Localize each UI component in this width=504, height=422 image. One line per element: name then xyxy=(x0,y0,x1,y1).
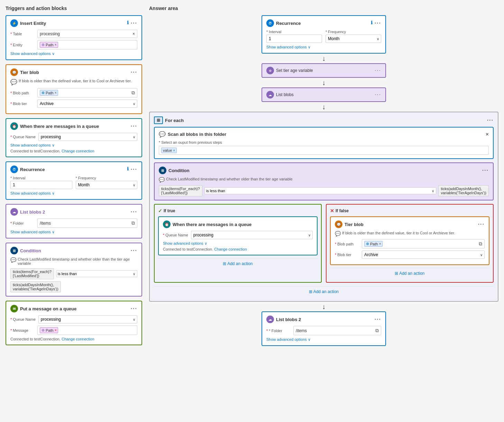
scan-value-field[interactable]: value × xyxy=(159,146,489,155)
lb2-folder-field: * Folder /items ⧉ xyxy=(266,326,381,335)
list-blobs2-icon: ☁ xyxy=(10,208,18,216)
recurrence-show-advanced[interactable]: Show advanced options ∨ xyxy=(10,191,137,196)
right-panel: Answer area ⏱ Recurrence ℹ ··· * Interva… xyxy=(149,6,498,349)
scan-header: 💬 Scan all blobs in this folder × xyxy=(159,131,489,138)
if-true-connected: Connected to testConnection. Change conn… xyxy=(163,247,313,251)
list-blobs-ellipsis[interactable]: ··· xyxy=(375,92,381,98)
left-panel-title: Triggers and action blocks xyxy=(6,6,142,11)
foreach-add-icon: ⊞ xyxy=(309,289,312,294)
recurrence-fields: * Interval * Frequency Month Day xyxy=(266,30,381,43)
foreach-condition-ellipsis[interactable]: ··· xyxy=(482,167,489,174)
condition-left-ellipsis[interactable]: ··· xyxy=(131,247,137,254)
answer-flow: ⏱ Recurrence ℹ ··· * Interval * Frequenc… xyxy=(149,15,498,346)
blob-tier-select[interactable]: Archive Cool xyxy=(37,100,137,108)
put-path-remove[interactable]: × xyxy=(55,328,57,332)
put-change-conn[interactable]: Change connection xyxy=(62,337,94,341)
recurrence-answer-header: ⏱ Recurrence ℹ ··· xyxy=(266,19,381,27)
queue-name-select[interactable]: processing xyxy=(38,133,137,141)
fc-op-select[interactable]: is less than xyxy=(204,187,437,194)
frequency-select[interactable]: Month Day Hour Minute xyxy=(76,181,138,189)
insert-entity-ellipsis[interactable]: ··· xyxy=(131,20,137,26)
tier-blob-actions: ··· xyxy=(131,69,137,75)
foreach-condition-icon: ⊞ xyxy=(159,167,166,174)
condition-right-cell: ticks(addDaysInMonth(),variables('TierAg… xyxy=(10,281,61,292)
set-var-ellipsis[interactable]: ··· xyxy=(375,67,381,74)
recurrence-answer-ellipsis[interactable]: ··· xyxy=(375,20,381,26)
if-true-add-icon: ⊞ xyxy=(223,261,226,266)
scan-value-remove[interactable]: × xyxy=(173,149,175,152)
if-false-bpath-label: Blob path xyxy=(335,242,359,246)
frequency-wrapper: Month Day Hour Minute xyxy=(76,181,138,189)
queue-messages-ellipsis[interactable]: ··· xyxy=(131,123,137,129)
r-frequency-group: * Frequency Month Day xyxy=(326,30,381,43)
queue-change-conn[interactable]: Change connection xyxy=(62,149,94,153)
queue-messages-icon: ⏰ xyxy=(10,122,18,130)
queue-messages-header: ⏰ When there are messages in a queue ··· xyxy=(10,122,137,130)
foreach-condition-row: ticks(items(For_each)?['LastModified']) … xyxy=(159,185,489,196)
scan-label: * Select an ouput from previous steps xyxy=(159,140,489,144)
foreach-container: ⊞ For each ··· 💬 Scan all blobs in this … xyxy=(149,112,498,302)
insert-entity-title: Insert Entity xyxy=(20,21,46,26)
table-clear-icon[interactable]: × xyxy=(132,31,135,36)
put-message-ellipsis[interactable]: ··· xyxy=(131,306,137,312)
table-value[interactable]: processing × xyxy=(37,30,137,38)
if-false-header: ✕ If false xyxy=(330,208,489,214)
foreach-add-action[interactable]: ⊞ Add an action xyxy=(154,286,494,297)
lb2-show-advanced[interactable]: Show advanced options ∨ xyxy=(266,337,381,342)
insert-entity-info-icon[interactable]: ℹ xyxy=(127,20,129,26)
queue-name-label: Queue Name xyxy=(10,135,36,139)
entity-path-remove[interactable]: × xyxy=(55,43,57,47)
list-blobs2-bottom-ellipsis[interactable]: ··· xyxy=(375,316,381,322)
blob-path-value: ⊕ Path × ⧉ xyxy=(37,88,137,97)
queue-show-advanced[interactable]: Show advanced options ∨ xyxy=(10,143,137,148)
condition-op-wrapper: is less than xyxy=(56,270,137,277)
if-false-path-copy[interactable]: ⧉ xyxy=(479,241,482,247)
tier-blob-title: Tier blob xyxy=(20,70,39,75)
put-message-card: ✉ Put a message on a queue ··· Queue Nam… xyxy=(6,301,142,345)
foreach-ellipsis[interactable]: ··· xyxy=(487,117,494,123)
if-true-add-action[interactable]: ⊞ Add an action xyxy=(158,258,318,269)
condition-op-select[interactable]: is less than xyxy=(56,270,137,277)
lb2-folder-copy[interactable]: ⧉ xyxy=(375,328,379,334)
table-label: Table xyxy=(10,32,35,36)
recurrence-left-info[interactable]: ℹ xyxy=(127,166,129,172)
if-false-tier-actions: ··· xyxy=(478,221,485,227)
r-show-advanced[interactable]: Show advanced options ∨ xyxy=(266,45,381,49)
insert-entity-header: ⚡ Insert Entity ℹ ··· xyxy=(10,19,137,27)
foreach-condition-card: ⊞ Condition ··· 💬 Check LastModified tim… xyxy=(154,162,494,200)
recurrence-left-ellipsis[interactable]: ··· xyxy=(131,166,137,172)
list-blobs2-ellipsis[interactable]: ··· xyxy=(131,209,137,215)
scan-close[interactable]: × xyxy=(486,131,489,138)
tier-blob-icon: 💬 xyxy=(10,68,18,76)
if-false-add-action[interactable]: ⊞ Add an action xyxy=(330,268,489,279)
if-true-change-conn[interactable]: Change connection xyxy=(214,247,247,251)
r-frequency-select[interactable]: Month Day xyxy=(326,35,381,43)
if-true-queue-select[interactable]: processing xyxy=(191,231,313,239)
put-queue-field: Queue Name processing xyxy=(10,315,137,323)
if-false-tier-title: Tier blob xyxy=(345,222,364,227)
blob-path-copy[interactable]: ⧉ xyxy=(131,90,135,96)
interval-input[interactable] xyxy=(10,181,72,189)
folder-copy[interactable]: ⧉ xyxy=(131,220,135,226)
put-queue-select[interactable]: processing xyxy=(38,315,137,323)
if-false-tier-ellipsis[interactable]: ··· xyxy=(478,221,485,227)
foreach-condition-header: ⊞ Condition ··· xyxy=(159,167,489,174)
if-branches: ✓ If true ⏰ When there are messages in a… xyxy=(154,204,494,283)
blob-path-icon: ⊕ xyxy=(42,91,45,95)
put-message-title: Put a message on a queue xyxy=(20,306,76,311)
r-interval-input[interactable] xyxy=(266,35,322,43)
list-blobs2-show-advanced[interactable]: Show advanced options ∨ xyxy=(10,230,137,234)
blob-path-remove[interactable]: × xyxy=(55,91,57,95)
if-false-btier-select[interactable]: Archive Cool xyxy=(362,251,485,259)
list-blobs2-bottom-header: ☁ List blobs 2 ··· xyxy=(266,316,381,323)
if-true-header: ✓ If true xyxy=(158,208,318,214)
set-var-card: ⊕ Set tier age variable ··· xyxy=(262,63,386,78)
recurrence-answer-info[interactable]: ℹ xyxy=(371,20,373,26)
arrow-3: ↓ xyxy=(322,102,326,112)
if-true-show-adv[interactable]: Show advanced options ∨ xyxy=(163,241,313,246)
if-false-path-remove[interactable]: × xyxy=(379,242,381,246)
condition-left-actions: ··· xyxy=(131,247,137,254)
tier-blob-ellipsis[interactable]: ··· xyxy=(131,69,137,75)
insert-entity-show-advanced[interactable]: Show advanced options ∨ xyxy=(10,51,137,56)
put-message-actions: ··· xyxy=(131,306,137,312)
